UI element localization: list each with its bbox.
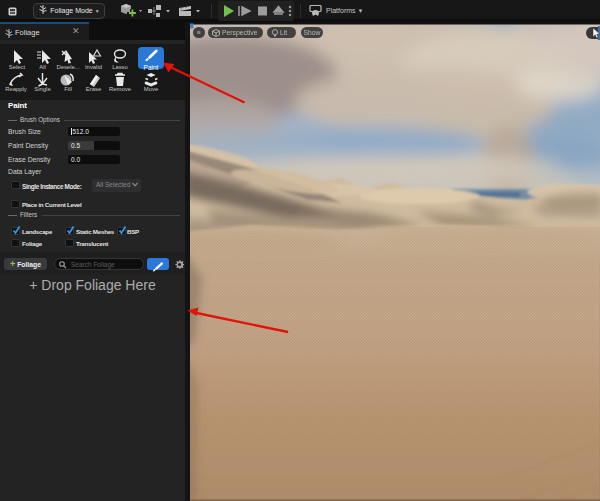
svg-text:Invalid: Invalid <box>85 64 102 70</box>
svg-text:Reapply: Reapply <box>5 86 27 92</box>
svg-text:Desele...: Desele... <box>56 64 80 70</box>
svg-text:Move: Move <box>144 86 159 92</box>
svg-text:Remove: Remove <box>109 86 132 92</box>
svg-text:Select: Select <box>9 64 26 70</box>
svg-text:Lasso: Lasso <box>112 64 128 70</box>
svg-text:Fill: Fill <box>64 86 72 92</box>
svg-text:Single: Single <box>34 86 51 92</box>
svg-text:Erase: Erase <box>86 86 102 92</box>
svg-text:All: All <box>39 64 46 70</box>
